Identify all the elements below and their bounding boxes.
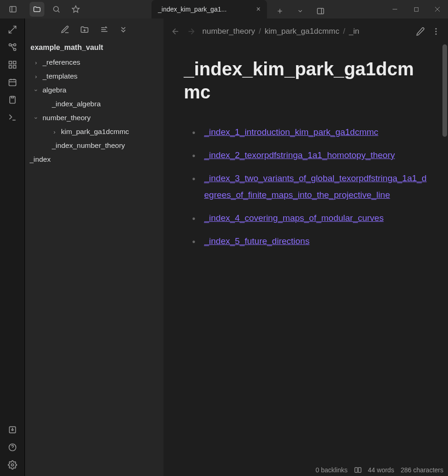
titlebar: _index_kim_park_ga1... ×	[0, 0, 448, 18]
svg-rect-21	[13, 66, 16, 68]
breadcrumb-part[interactable]: number_theory	[202, 27, 255, 36]
svg-rect-27	[11, 97, 13, 98]
content-toolbar: number_theory / kim_park_ga1dcmmc / _in	[163, 18, 448, 44]
search-icon[interactable]	[49, 2, 64, 17]
star-icon[interactable]	[68, 2, 83, 17]
collapse-icon[interactable]	[119, 25, 128, 34]
chevron-down-icon: ›	[33, 86, 40, 94]
svg-rect-10	[414, 7, 418, 11]
tree-folder-references[interactable]: › _references	[30, 55, 161, 69]
tree-label: _references	[42, 58, 80, 67]
sidebar: example_math_vault › _references › _temp…	[25, 18, 163, 476]
tree-label: _index_number_theory	[52, 141, 125, 150]
tree-label: _index_algebra	[52, 100, 101, 108]
window-controls	[384, 0, 448, 18]
tree-file-index-algebra[interactable]: _index_algebra	[30, 97, 161, 111]
main-area: example_math_vault › _references › _temp…	[0, 18, 448, 476]
new-tab-icon[interactable]	[272, 4, 287, 18]
svg-point-2	[54, 6, 59, 12]
svg-line-16	[11, 45, 14, 49]
status-words[interactable]: 44 words	[368, 466, 394, 474]
svg-rect-26	[10, 97, 15, 104]
tab-actions	[267, 4, 333, 18]
svg-point-43	[436, 31, 437, 32]
chevron-right-icon: ›	[32, 59, 40, 66]
svg-rect-7	[317, 8, 324, 14]
tree-folder-kim-park[interactable]: › kim_park_ga1dcmmc	[30, 125, 161, 139]
note-link[interactable]: _index_2_texorpdfstringa_1a1_homotopy_th…	[204, 150, 395, 160]
breadcrumb[interactable]: number_theory / kim_park_ga1dcmmc / _in	[202, 27, 409, 36]
list-item: _index_2_texorpdfstringa_1a1_homotopy_th…	[192, 147, 428, 164]
quick-switcher-icon[interactable]	[8, 25, 17, 34]
vault-name[interactable]: example_math_vault	[25, 41, 163, 55]
svg-rect-19	[13, 61, 16, 64]
titlebar-left-icons	[0, 0, 26, 18]
status-bar: 0 backlinks 44 words 286 characters	[311, 464, 448, 476]
maximize-button[interactable]	[406, 0, 427, 18]
breadcrumb-part[interactable]: _in	[349, 27, 359, 36]
sort-icon[interactable]	[99, 25, 109, 34]
status-backlinks[interactable]: 0 backlinks	[315, 466, 347, 474]
tab-active[interactable]: _index_kim_park_ga1... ×	[151, 0, 267, 18]
note-link[interactable]: _index_5_future_directions	[204, 236, 309, 246]
daily-note-icon[interactable]	[8, 78, 17, 87]
chevron-right-icon: ›	[51, 128, 58, 135]
folder-icon[interactable]	[30, 2, 44, 17]
tabs: _index_kim_park_ga1... ×	[151, 0, 333, 18]
list-item: _index_1_introduction_kim_park_ga1dcmmc	[192, 124, 428, 140]
note-link[interactable]: _index_4_covering_maps_of_modular_curves	[204, 213, 384, 223]
sidebar-toggle-left-icon[interactable]	[6, 2, 20, 17]
chevron-down-icon[interactable]	[293, 4, 308, 18]
status-chars[interactable]: 286 characters	[400, 466, 443, 474]
vault-icon[interactable]	[8, 425, 17, 434]
note-body: _index_kim_park_ga1dcmmc _index_1_introd…	[163, 44, 448, 476]
tree-label: number_theory	[42, 114, 91, 122]
sidebar-toggle-right-icon[interactable]	[313, 4, 328, 18]
breadcrumb-part[interactable]: kim_park_ga1dcmmc	[265, 27, 339, 36]
canvas-icon[interactable]	[8, 60, 17, 69]
tree-file-index-root[interactable]: _index	[30, 153, 161, 166]
tree-folder-algebra[interactable]: › algebra	[30, 83, 161, 97]
chevron-down-icon: ›	[33, 114, 40, 122]
ribbon	[0, 18, 25, 476]
svg-rect-29	[9, 427, 15, 433]
svg-rect-22	[9, 79, 16, 85]
tree-file-index-nt[interactable]: _index_number_theory	[30, 139, 161, 153]
minimize-button[interactable]	[384, 0, 406, 18]
command-palette-icon[interactable]	[8, 113, 17, 122]
back-icon[interactable]	[171, 27, 180, 36]
new-note-icon[interactable]	[61, 25, 70, 34]
templates-icon[interactable]	[8, 95, 17, 104]
chevron-right-icon: ›	[32, 73, 40, 80]
tree-label: algebra	[42, 86, 67, 94]
note-link[interactable]: _index_3_two_variants_of_global_texorpdf…	[204, 173, 427, 200]
note-link[interactable]: _index_1_introduction_kim_park_ga1dcmmc	[204, 127, 378, 137]
close-icon[interactable]: ×	[256, 5, 260, 13]
svg-point-44	[436, 33, 437, 35]
svg-rect-18	[9, 61, 12, 64]
close-window-button[interactable]	[427, 0, 448, 18]
svg-marker-4	[73, 6, 79, 12]
tree-label: _index	[30, 155, 51, 164]
help-icon[interactable]	[8, 443, 17, 452]
svg-point-30	[12, 429, 13, 430]
edit-icon[interactable]	[416, 27, 425, 36]
content-pane: number_theory / kim_park_ga1dcmmc / _in …	[163, 18, 448, 476]
tree-folder-templates[interactable]: › _templates	[30, 69, 161, 83]
new-folder-icon[interactable]	[80, 25, 89, 34]
note-title[interactable]: _index_kim_park_ga1dcmmc	[184, 57, 428, 104]
forward-icon[interactable]	[187, 27, 196, 36]
tree-label: _templates	[42, 72, 78, 80]
scrollbar[interactable]	[442, 44, 447, 137]
list-item: _index_5_future_directions	[192, 233, 428, 250]
svg-line-3	[58, 11, 59, 12]
tree-folder-number-theory[interactable]: › number_theory	[30, 111, 161, 125]
svg-rect-20	[9, 66, 12, 68]
list-item: _index_3_two_variants_of_global_texorpdf…	[192, 170, 428, 203]
titlebar-tool-icons	[26, 0, 87, 18]
more-icon[interactable]	[431, 27, 441, 36]
settings-icon[interactable]	[8, 460, 17, 470]
svg-point-42	[436, 28, 437, 30]
graph-view-icon[interactable]	[8, 43, 17, 52]
book-icon[interactable]	[354, 466, 362, 474]
